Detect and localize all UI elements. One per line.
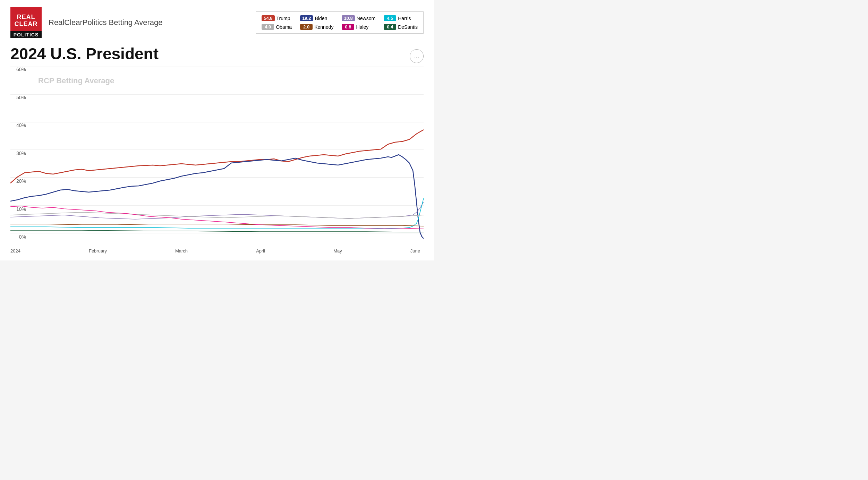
- legend-item-desantis: 0.4 DeSantis: [384, 24, 418, 30]
- legend-box: 54.8 Trump 19.2 Biden 10.8 Newsom 4.5 Ha…: [256, 11, 424, 34]
- header: REAL CLEAR POLITICS RealClearPolitics Be…: [10, 7, 424, 38]
- header-subtitle: RealClearPolitics Betting Average: [49, 18, 163, 27]
- kennedy-line: [10, 224, 424, 226]
- legend-item-biden: 19.2 Biden: [300, 15, 333, 21]
- header-middle: RealClearPolitics Betting Average: [49, 18, 249, 27]
- legend-label-obama: Obama: [276, 24, 292, 30]
- legend-badge-trump: 54.8: [262, 15, 274, 21]
- legend-badge-obama: 4.0: [262, 24, 274, 30]
- logo-text-politics: POLITICS: [10, 31, 42, 38]
- logo: REAL CLEAR POLITICS: [10, 7, 42, 38]
- chart-svg: [10, 67, 424, 247]
- trump-line: [10, 130, 424, 183]
- x-label-february: February: [89, 248, 107, 254]
- x-label-2024: 2024: [10, 248, 20, 254]
- legend-item-obama: 4.0 Obama: [262, 24, 292, 30]
- legend-badge-newsom: 10.8: [342, 15, 355, 21]
- legend-item-harris: 4.5 Harris: [384, 15, 418, 21]
- legend-badge-harris: 4.5: [384, 15, 396, 21]
- legend-item-kennedy: 2.0 Kennedy: [300, 24, 333, 30]
- legend-label-kennedy: Kennedy: [314, 24, 333, 30]
- legend-badge-biden: 19.2: [300, 15, 313, 21]
- legend-label-trump: Trump: [276, 16, 290, 21]
- legend-label-newsom: Newsom: [357, 16, 375, 21]
- logo-text-clear: CLEAR: [15, 21, 38, 28]
- legend-badge-desantis: 0.4: [384, 24, 396, 30]
- legend-label-desantis: DeSantis: [398, 24, 418, 30]
- x-label-april: April: [256, 248, 265, 254]
- legend-badge-haley: 0.8: [342, 24, 354, 30]
- logo-text-real: REAL: [17, 14, 35, 21]
- chart-area: ... 60% 50% 40% 30% 20% 10% 0% RCP Betti…: [10, 67, 424, 254]
- desantis-line: [10, 230, 424, 232]
- legend-item-trump: 54.8 Trump: [262, 15, 292, 21]
- legend-label-biden: Biden: [315, 16, 327, 21]
- x-axis: 2024 February March April May June: [10, 248, 424, 254]
- more-button[interactable]: ...: [410, 49, 424, 63]
- legend-item-haley: 0.8 Haley: [342, 24, 375, 30]
- x-label-june: June: [410, 248, 420, 254]
- chart-svg-container: RCP Betting Average: [10, 67, 424, 254]
- legend-item-newsom: 10.8 Newsom: [342, 15, 375, 21]
- biden-line: [10, 155, 424, 239]
- newsom-line: [10, 202, 424, 219]
- x-label-march: March: [175, 248, 188, 254]
- legend-badge-kennedy: 2.0: [300, 24, 313, 30]
- legend-label-haley: Haley: [356, 24, 368, 30]
- x-label-may: May: [333, 248, 342, 254]
- legend-label-harris: Harris: [398, 16, 411, 21]
- page-title: 2024 U.S. President: [10, 44, 424, 63]
